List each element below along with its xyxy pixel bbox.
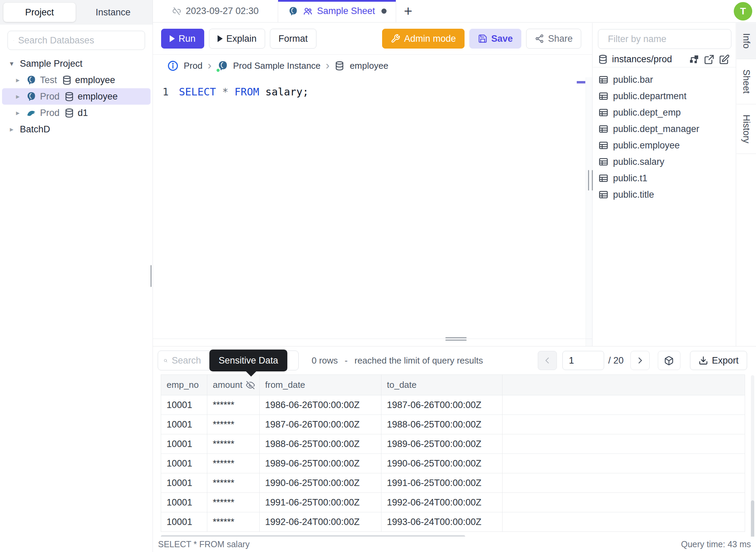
table-cell[interactable]: 1988-06-25T00:00:00Z (260, 434, 381, 454)
table-cell[interactable]: 1989-06-25T00:00:00Z (381, 434, 503, 454)
tab-sample-sheet-active[interactable]: Sample Sheet (278, 0, 396, 22)
tree-item-sample-project[interactable]: ▾ Sample Project (0, 55, 153, 72)
table-cell[interactable]: 1989-06-25T00:00:00Z (260, 454, 381, 473)
tab-instance[interactable]: Instance (77, 3, 149, 22)
table-row[interactable]: 10001******1989-06-25T00:00:00Z1990-06-2… (161, 454, 745, 473)
filter-by-name-input[interactable] (608, 34, 729, 44)
search-databases-input[interactable] (18, 35, 139, 46)
table-cell[interactable]: 1987-06-26T00:00:00Z (260, 415, 381, 434)
table-cell[interactable]: ****** (207, 512, 260, 532)
tree-item-test-employee[interactable]: ▸ Test employee (2, 72, 151, 88)
column-header-to_date[interactable]: to_date (381, 375, 503, 395)
table-cell[interactable]: 10001 (161, 512, 207, 532)
table-cell[interactable]: 10001 (161, 454, 207, 473)
column-header-emp_no[interactable]: emp_no (161, 375, 207, 395)
tab-unsaved-sheet[interactable]: 2023-09-27 02:30 (153, 0, 278, 22)
page-number-input[interactable] (562, 351, 604, 370)
table-icon (598, 124, 609, 134)
external-link-icon[interactable] (704, 54, 715, 65)
scrollbar-thumb[interactable] (751, 500, 754, 538)
column-header-amount[interactable]: amount (207, 375, 260, 395)
save-button[interactable]: Save (469, 29, 521, 49)
format-button[interactable]: Format (270, 29, 316, 49)
table-row[interactable]: 10001******1990-06-25T00:00:00Z1991-06-2… (161, 473, 745, 493)
side-tab-sheet[interactable]: Sheet (737, 59, 756, 104)
table-cell[interactable]: ****** (207, 493, 260, 512)
breadcrumb-environment[interactable]: Prod (184, 61, 203, 71)
share-button[interactable]: Share (526, 29, 581, 49)
table-list-item[interactable]: public.title (593, 186, 736, 203)
table-list-item[interactable]: public.t1 (593, 170, 736, 186)
admin-mode-label: Admin mode (404, 34, 456, 44)
table-list-item[interactable]: public.department (593, 88, 736, 104)
table-list-item[interactable]: public.salary (593, 154, 736, 170)
row-count: 0 rows (312, 355, 338, 366)
table-cell[interactable]: ****** (207, 434, 260, 454)
side-tab-strip: InfoSheetHistory (737, 23, 756, 346)
table-cell[interactable]: 10001 (161, 473, 207, 493)
tree-item-batchd[interactable]: ▸ BatchD (0, 121, 153, 137)
run-button[interactable]: Run (161, 29, 204, 49)
table-list-item[interactable]: public.dept_emp (593, 104, 736, 121)
table-row[interactable]: 10001******1987-06-26T00:00:00Z1988-06-2… (161, 415, 745, 434)
table-cell[interactable]: 10001 (161, 434, 207, 454)
side-tab-info[interactable]: Info (737, 23, 756, 59)
info-icon[interactable] (167, 60, 179, 71)
explain-button[interactable]: Explain (209, 29, 265, 49)
schema-diagram-icon[interactable] (689, 54, 700, 65)
panel-resize-handle[interactable] (588, 170, 593, 190)
filter-box (598, 29, 731, 49)
table-cell[interactable]: 1987-06-26T00:00:00Z (381, 395, 503, 415)
tab-project[interactable]: Project (3, 3, 76, 22)
table-cell-filler (503, 493, 745, 512)
table-row[interactable]: 10001******1992-06-24T00:00:00Z1993-06-2… (161, 512, 745, 532)
breadcrumb-instance[interactable]: Prod Sample Instance (233, 61, 321, 71)
table-row[interactable]: 10001******1986-06-26T00:00:00Z1987-06-2… (161, 395, 745, 415)
tree-item-prod-d1[interactable]: ▸ Prod d1 (2, 105, 151, 121)
side-tab-history[interactable]: History (737, 104, 756, 154)
editor-scroll-gutter[interactable] (586, 77, 592, 346)
table-cell[interactable]: 1992-06-24T00:00:00Z (381, 493, 503, 512)
visualization-button[interactable] (658, 351, 680, 370)
table-row[interactable]: 10001******1988-06-25T00:00:00Z1989-06-2… (161, 434, 745, 454)
table-cell[interactable]: 1992-06-24T00:00:00Z (260, 512, 381, 532)
table-list-item[interactable]: public.dept_manager (593, 121, 736, 137)
table-cell[interactable]: ****** (207, 395, 260, 415)
table-name: public.department (613, 91, 687, 102)
table-cell[interactable]: ****** (207, 473, 260, 493)
table-cell[interactable]: 1986-06-26T00:00:00Z (260, 395, 381, 415)
table-list-item[interactable]: public.employee (593, 137, 736, 154)
new-tab-button[interactable]: + (396, 0, 420, 22)
table-cell-filler (503, 454, 745, 473)
sql-editor-line[interactable]: 1 SELECT * FROM salary; (153, 86, 592, 98)
column-header-from_date[interactable]: from_date (260, 375, 381, 395)
table-name: public.title (613, 189, 654, 200)
next-page-button[interactable] (630, 351, 650, 370)
edit-icon[interactable] (719, 54, 730, 65)
table-cell[interactable]: 10001 (161, 493, 207, 512)
table-cell[interactable]: ****** (207, 415, 260, 434)
export-label: Export (712, 355, 739, 366)
breadcrumb-database[interactable]: employee (350, 61, 388, 71)
table-cell[interactable]: 1991-06-25T00:00:00Z (381, 473, 503, 493)
user-avatar[interactable]: T (734, 2, 752, 21)
table-cell[interactable]: 1990-06-25T00:00:00Z (260, 473, 381, 493)
table-cell[interactable]: 1988-06-25T00:00:00Z (381, 415, 503, 434)
export-button[interactable]: Export (690, 351, 747, 370)
results-divider (153, 339, 592, 339)
prev-page-button[interactable] (538, 351, 557, 370)
vertical-scrollbar[interactable] (751, 375, 754, 539)
sql-keyword: SELECT (179, 86, 216, 98)
tree-item-prod-employee-selected[interactable]: ▸ Prod employee (2, 88, 151, 105)
table-cell[interactable]: 1990-06-25T00:00:00Z (381, 454, 503, 473)
table-cell[interactable]: 1991-06-25T00:00:00Z (260, 493, 381, 512)
table-cell[interactable]: 1993-06-24T00:00:00Z (381, 512, 503, 532)
table-cell[interactable]: ****** (207, 454, 260, 473)
chevron-left-icon (543, 356, 552, 365)
table-cell[interactable]: 10001 (161, 415, 207, 434)
table-cell[interactable]: 10001 (161, 395, 207, 415)
admin-mode-button[interactable]: Admin mode (382, 29, 465, 49)
table-list-item[interactable]: public.bar (593, 71, 736, 88)
table-row[interactable]: 10001******1991-06-25T00:00:00Z1992-06-2… (161, 493, 745, 512)
results-resize-handle[interactable] (445, 337, 467, 341)
